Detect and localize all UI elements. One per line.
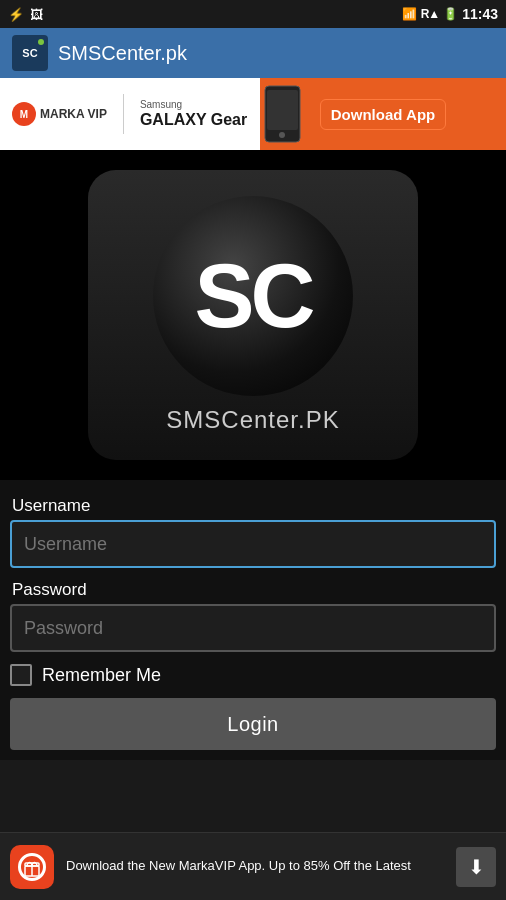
login-button[interactable]: Login (10, 698, 496, 750)
logo-circle: SC (153, 196, 353, 396)
galaxy-gear-text: GALAXY Gear (140, 111, 247, 129)
app-logo: SC (12, 35, 48, 71)
logo-dot (38, 39, 44, 45)
ad-divider (123, 94, 124, 134)
app-title: SMSCenter.pk (58, 42, 187, 65)
clock: 11:43 (462, 6, 498, 22)
battery-icon: 🔋 (443, 7, 458, 21)
logo-sc-letters: SC (22, 48, 37, 59)
username-label: Username (10, 496, 496, 516)
remember-row: Remember Me (10, 664, 496, 686)
svg-rect-1 (267, 90, 298, 130)
remember-me-label: Remember Me (42, 665, 161, 686)
markavip-icon (10, 845, 54, 889)
gift-icon (22, 857, 42, 877)
ad-left-section: M MARKA VIP Samsung GALAXY Gear (0, 78, 260, 150)
bottom-download-button[interactable]: ⬇ (456, 847, 496, 887)
logo-container: SC SMSCenter.PK (88, 170, 418, 460)
galaxy-gear-info: Samsung GALAXY Gear (140, 99, 247, 129)
ad-right-section[interactable]: Download App (260, 78, 506, 150)
app-header: SC SMSCenter.pk (0, 28, 506, 78)
download-app-button[interactable]: Download App (320, 99, 446, 130)
marka-text: MARKA VIP (40, 107, 107, 121)
status-bar: ⚡ 🖼 📶 R▲ 🔋 11:43 (0, 0, 506, 28)
logo-sc-large: SC (194, 251, 311, 341)
remember-me-checkbox[interactable] (10, 664, 32, 686)
signal-icon: R▲ (421, 7, 440, 21)
password-label: Password (10, 580, 496, 600)
gear-device-image (245, 78, 325, 150)
wifi-icon: 📶 (402, 7, 417, 21)
image-icon: 🖼 (30, 7, 43, 22)
status-right-icons: 📶 R▲ 🔋 11:43 (402, 6, 498, 22)
status-left-icons: ⚡ 🖼 (8, 7, 43, 22)
logo-area: SC SMSCenter.PK (0, 150, 506, 480)
markavip-icon-inner (18, 853, 46, 881)
form-area: Username Password Remember Me Login (0, 480, 506, 760)
ad-banner[interactable]: M MARKA VIP Samsung GALAXY Gear Download… (0, 78, 506, 150)
marka-logo: M MARKA VIP (12, 102, 107, 126)
username-input[interactable] (10, 520, 496, 568)
marka-circle-icon: M (12, 102, 36, 126)
bottom-ad-banner[interactable]: Download the New MarkaVIP App. Up to 85%… (0, 832, 506, 900)
download-arrow-icon: ⬇ (468, 855, 485, 879)
password-input[interactable] (10, 604, 496, 652)
bottom-banner-text: Download the New MarkaVIP App. Up to 85%… (66, 857, 444, 875)
usb-icon: ⚡ (8, 7, 24, 22)
svg-point-2 (279, 132, 285, 138)
samsung-text: Samsung (140, 99, 247, 111)
logo-app-name: SMSCenter.PK (166, 406, 339, 434)
